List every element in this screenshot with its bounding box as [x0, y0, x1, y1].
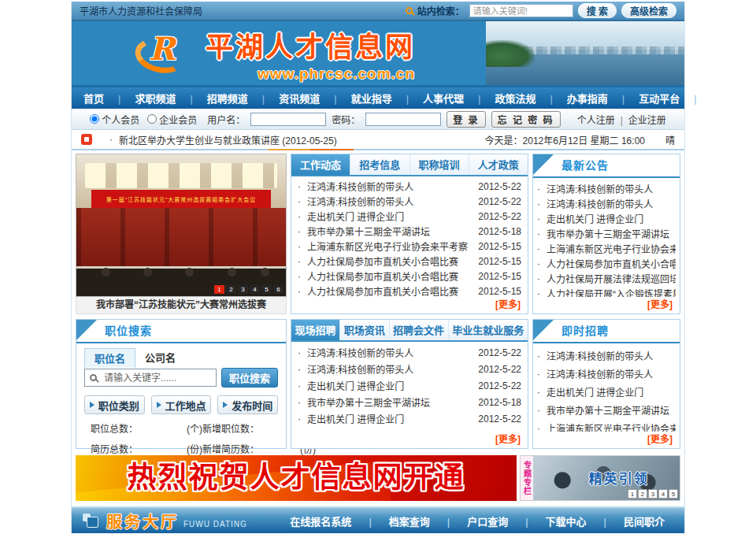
- photo-page-button[interactable]: 2: [226, 285, 236, 294]
- topic-page-button[interactable]: 4: [658, 489, 668, 499]
- job-search-tab[interactable]: 职位名: [84, 348, 135, 368]
- photo-caption[interactable]: 我市部署“江苏技能状元”大赛常州选拔赛: [76, 297, 287, 314]
- nav-item[interactable]: 办事指南: [543, 91, 614, 106]
- forgot-password-button[interactable]: 忘 记 密 码: [491, 111, 561, 128]
- news-item[interactable]: · 我市举办第十三期金平湖讲坛 2012-5-18: [298, 224, 521, 239]
- work-news-list: · 汪鸿涛:科技创新的带头人 2012-5-22 · 汪鸿涛:科技创新的带头人 …: [291, 176, 528, 297]
- service-link[interactable]: 户口查询: [439, 514, 517, 528]
- news-date: 2012-5-15: [472, 241, 521, 252]
- more-link[interactable]: [更多]: [533, 432, 680, 448]
- nav-item[interactable]: 政策法规: [471, 91, 543, 106]
- news-item[interactable]: · 上海浦东新区光电子行业协会来平考: [537, 419, 676, 432]
- more-link[interactable]: [更多]: [533, 297, 680, 313]
- special-topic-banner[interactable]: 专题专栏 精英引领 12345: [520, 455, 680, 501]
- register-link[interactable]: 企业注册: [615, 113, 666, 126]
- news-item[interactable]: · 汪鸿涛:科技创新的带头人 2012-5-22: [298, 194, 521, 209]
- nav-item[interactable]: 互动平台: [615, 91, 687, 106]
- advanced-search-button[interactable]: 高级检索: [621, 3, 676, 18]
- service-link[interactable]: 下载中心: [517, 514, 595, 528]
- member-type-option[interactable]: 个人会员: [90, 113, 139, 126]
- news-item[interactable]: · 汪鸿涛:科技创新的带头人 2012-5-22: [298, 179, 521, 194]
- topic-page-button[interactable]: 3: [648, 489, 658, 499]
- more-link[interactable]: [更多]: [291, 432, 528, 448]
- nav-item[interactable]: 人事代理: [399, 91, 471, 106]
- news-item[interactable]: · 走出机关门 进得企业门 2012-5-22: [298, 377, 521, 394]
- ticker-news-link[interactable]: 新北区举办大学生创业与就业政策讲座 (2012-05-25): [119, 133, 337, 146]
- news-item[interactable]: · 走出机关门 进得企业门: [537, 383, 676, 401]
- news-tab[interactable]: 职称培训: [410, 154, 469, 175]
- login-button[interactable]: 登 录: [447, 111, 485, 128]
- news-item[interactable]: · 人力社保局参加市直机关小合唱比赛 2012-5-15: [298, 254, 521, 269]
- search-icon: [90, 374, 97, 381]
- news-tab[interactable]: 工作动态: [291, 154, 350, 175]
- nav-item[interactable]: 求职频道: [111, 91, 183, 106]
- news-date: 2012-5-22: [472, 181, 521, 192]
- news-item[interactable]: · 人力社保局开展法律法规巡回培训: [537, 271, 676, 286]
- news-item[interactable]: · 走出机关门 进得企业门 2012-5-22: [298, 209, 521, 224]
- news-item[interactable]: · 汪鸿涛:科技创新的带头人 2012-5-22: [298, 361, 521, 377]
- news-item[interactable]: · 我市举办第十三期金平湖讲坛: [537, 226, 676, 241]
- photo-page-button[interactable]: 6: [273, 285, 284, 294]
- site-search-input[interactable]: [469, 4, 573, 17]
- nav-item[interactable]: 资讯频道: [255, 91, 327, 106]
- keyword-input[interactable]: [84, 369, 217, 387]
- topic-page-button[interactable]: 5: [669, 489, 678, 499]
- news-tab[interactable]: 人才政策: [469, 154, 528, 175]
- member-type-option[interactable]: 企业会员: [147, 113, 197, 126]
- news-tab[interactable]: 招聘会文件: [390, 320, 449, 340]
- filter-button[interactable]: 职位类别: [84, 395, 145, 414]
- news-tab[interactable]: 毕业生就业服务: [449, 320, 528, 340]
- news-item[interactable]: · 人力社保局参加市直机关小合唱比赛 2012-5-15: [298, 284, 521, 297]
- work-news-tabs: 工作动态招考信息职称培训人才政策: [291, 154, 528, 176]
- news-item[interactable]: · 汪鸿涛:科技创新的带头人: [537, 347, 676, 365]
- news-item[interactable]: · 上海浦东新区光电子行业协会来平考察 2012-5-15: [298, 239, 521, 254]
- news-item[interactable]: · 走出机关门 进得企业门 2012-5-22: [298, 410, 521, 427]
- news-tab[interactable]: 职场资讯: [340, 320, 389, 340]
- news-item[interactable]: · 我市举办第十三期金平湖讲坛: [537, 401, 676, 419]
- member-type-radio[interactable]: [147, 114, 157, 124]
- news-item[interactable]: · 人力社保局参加市直机关小合唱比赛 2012-5-15: [298, 269, 521, 284]
- job-search-tab[interactable]: 公司名: [135, 348, 185, 368]
- celebration-banner[interactable]: 热烈祝贺人才信息网开通: [76, 455, 517, 501]
- filter-button[interactable]: 工作地点: [151, 395, 212, 414]
- news-item[interactable]: · 上海浦东新区光电子行业协会来平考: [537, 241, 676, 256]
- service-link[interactable]: 在线报名系统: [281, 514, 360, 528]
- password-field[interactable]: [365, 113, 441, 126]
- news-tab[interactable]: 招考信息: [350, 154, 410, 175]
- service-link[interactable]: 档案查询: [360, 514, 438, 528]
- member-type-group: 个人会员 企业会员: [90, 113, 202, 126]
- nav-item[interactable]: 首页: [76, 91, 111, 106]
- nav-item[interactable]: 就业指导: [327, 91, 398, 106]
- photo-page-button[interactable]: 5: [261, 285, 272, 294]
- username-field[interactable]: [250, 113, 326, 126]
- job-search-button[interactable]: 职位搜索: [221, 368, 278, 388]
- topic-page-button[interactable]: 2: [638, 489, 647, 499]
- news-item[interactable]: · 汪鸿涛:科技创新的带头人: [537, 196, 676, 211]
- filter-label: 职位类别: [98, 398, 139, 413]
- more-link[interactable]: [更多]: [291, 297, 528, 313]
- photo-page-button[interactable]: 1: [214, 285, 224, 294]
- news-tab[interactable]: 现场招聘: [291, 320, 340, 340]
- service-link[interactable]: 民间职介: [595, 514, 673, 528]
- news-item[interactable]: · 我市举办第十三期金平湖讲坛 2012-5-18: [298, 394, 521, 410]
- topic-page-button[interactable]: 1: [628, 489, 637, 499]
- search-button[interactable]: 搜 索: [578, 3, 617, 18]
- photo-page-button[interactable]: 3: [238, 285, 248, 294]
- recruit-news-tabs: 现场招聘职场资讯招聘会文件毕业生就业服务: [291, 320, 528, 342]
- photo-page-button[interactable]: 4: [250, 285, 260, 294]
- news-photo[interactable]: 第一届“江苏技能状元”大赛常州选拔赛组委会扩大会议 123456: [76, 154, 287, 297]
- news-item[interactable]: · 汪鸿涛:科技创新的带头人 2012-5-22: [298, 344, 521, 361]
- member-type-radio[interactable]: [90, 114, 99, 124]
- news-item[interactable]: · 人力社保局开展“入企锻炼提素质”: [537, 286, 676, 297]
- news-item[interactable]: · 汪鸿涛:科技创新的带头人: [537, 181, 676, 196]
- nav-item[interactable]: 下载中心: [687, 91, 756, 106]
- news-item[interactable]: · 走出机关门 进得企业门: [537, 211, 676, 226]
- bullet-icon: ·: [537, 423, 547, 432]
- register-link[interactable]: 个人注册: [577, 113, 615, 126]
- news-item[interactable]: · 人力社保局参加市直机关小合唱比赛: [537, 256, 676, 271]
- site-logo-icon[interactable]: R: [135, 32, 193, 76]
- announcement-icon: [81, 134, 92, 145]
- nav-item[interactable]: 招聘频道: [183, 91, 254, 106]
- filter-button[interactable]: 发布时间: [217, 395, 278, 414]
- news-item[interactable]: · 汪鸿涛:科技创新的带头人: [537, 365, 676, 383]
